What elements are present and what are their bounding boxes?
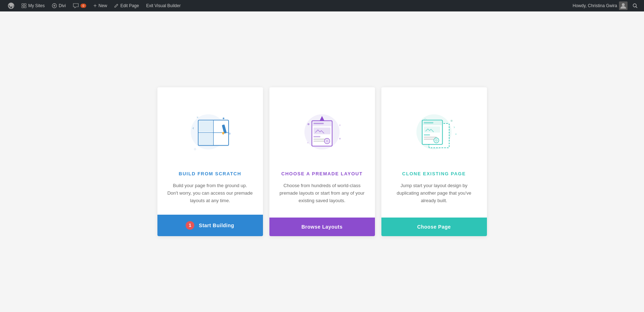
- edit-page-item[interactable]: Edit Page: [111, 0, 142, 11]
- svg-point-25: [339, 138, 341, 140]
- card-scratch-body: ‹ ◇ × ◇: [157, 87, 263, 214]
- exit-vb-item[interactable]: Exit Visual Builder: [142, 0, 184, 11]
- choose-page-button[interactable]: Choose Page: [381, 218, 487, 236]
- card-premade-footer: Browse Layouts: [269, 218, 375, 236]
- card-scratch: ‹ ◇ × ◇: [157, 87, 263, 236]
- svg-rect-4: [24, 6, 26, 8]
- badge-number: 1: [186, 221, 194, 230]
- svg-text:×: ×: [455, 132, 457, 136]
- svg-text:◇: ◇: [194, 147, 196, 151]
- svg-rect-20: [199, 133, 213, 145]
- user-greeting: Howdy, Christina Gwira: [573, 3, 617, 8]
- card-scratch-title: BUILD FROM SCRATCH: [179, 171, 241, 176]
- card-premade-body: × ×: [269, 87, 375, 217]
- search-button[interactable]: [630, 0, 640, 11]
- svg-point-39: [450, 120, 453, 122]
- svg-point-52: [435, 139, 438, 142]
- new-label: New: [98, 3, 107, 8]
- svg-rect-46: [424, 122, 433, 124]
- admin-bar: My Sites Divi 0 + New Edit Page Exit Vis…: [0, 0, 644, 11]
- choose-page-label: Choose Page: [417, 224, 451, 230]
- user-avatar: [619, 1, 628, 10]
- browse-layouts-button[interactable]: Browse Layouts: [269, 218, 375, 236]
- svg-point-10: [223, 118, 224, 120]
- new-plus-icon: +: [93, 3, 97, 9]
- start-building-label: Start Building: [199, 222, 234, 228]
- svg-rect-19: [199, 121, 213, 132]
- svg-point-37: [325, 140, 328, 143]
- card-premade-illustration: × ×: [290, 98, 354, 162]
- svg-text:‹: ‹: [192, 125, 194, 131]
- svg-text:×: ×: [307, 141, 309, 145]
- my-sites-item[interactable]: My Sites: [18, 0, 48, 11]
- user-info: Howdy, Christina Gwira: [573, 1, 628, 10]
- comments-badge: 0: [80, 4, 86, 8]
- card-scratch-illustration: ‹ ◇ × ◇: [178, 98, 242, 162]
- wp-logo-item[interactable]: [4, 0, 18, 11]
- svg-rect-1: [22, 4, 24, 5]
- svg-rect-49: [424, 137, 437, 138]
- my-sites-label: My Sites: [28, 3, 45, 8]
- card-premade: × ×: [269, 87, 375, 236]
- svg-point-7: [622, 3, 625, 6]
- divi-label: Divi: [59, 3, 66, 8]
- card-premade-description: Choose from hundreds of world-class prem…: [279, 182, 365, 204]
- exit-vb-label: Exit Visual Builder: [146, 3, 181, 8]
- card-clone-footer: Choose Page: [381, 218, 487, 236]
- svg-rect-48: [424, 135, 430, 136]
- card-clone-title: CLONE EXISTING PAGE: [402, 171, 466, 176]
- svg-rect-47: [424, 127, 440, 133]
- svg-rect-31: [313, 123, 323, 125]
- card-clone-description: Jump start your layout design by duplica…: [391, 182, 477, 204]
- svg-text:›: ›: [454, 125, 455, 130]
- card-scratch-footer: 1 Start Building: [157, 215, 263, 236]
- start-building-button[interactable]: 1 Start Building: [157, 215, 263, 236]
- card-clone: ◇ × ›: [381, 87, 487, 236]
- svg-rect-3: [22, 6, 24, 8]
- svg-rect-2: [24, 4, 26, 5]
- card-premade-title: CHOOSE A PREMADE LAYOUT: [281, 171, 362, 176]
- svg-point-24: [307, 123, 309, 125]
- cards-container: ‹ ◇ × ◇: [157, 87, 487, 236]
- svg-text:×: ×: [339, 123, 341, 127]
- new-item[interactable]: + New: [90, 0, 111, 11]
- browse-layouts-label: Browse Layouts: [301, 224, 342, 230]
- svg-point-8: [633, 4, 636, 7]
- card-clone-illustration: ◇ × ›: [402, 98, 466, 162]
- card-scratch-description: Build your page from the ground up. Don'…: [167, 182, 253, 204]
- card-clone-body: ◇ × ›: [381, 87, 487, 217]
- edit-page-label: Edit Page: [120, 3, 139, 8]
- svg-rect-50: [424, 139, 435, 140]
- svg-rect-35: [313, 141, 325, 142]
- svg-text:×: ×: [196, 115, 199, 119]
- divi-item[interactable]: Divi: [48, 0, 69, 11]
- main-content: ‹ ◇ × ◇: [0, 11, 644, 312]
- comments-item[interactable]: 0: [69, 0, 90, 11]
- svg-rect-33: [313, 136, 320, 137]
